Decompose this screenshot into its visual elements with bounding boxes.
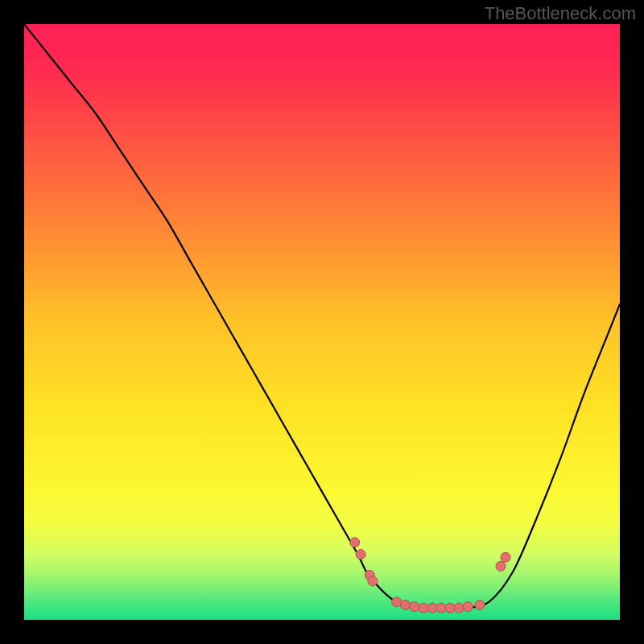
- marker-group: [350, 538, 510, 613]
- bottleneck-curve: [24, 24, 620, 609]
- data-marker: [419, 603, 428, 613]
- data-marker: [475, 601, 485, 610]
- data-marker: [436, 603, 446, 613]
- data-marker: [410, 602, 419, 612]
- data-marker: [368, 576, 378, 586]
- data-marker: [501, 552, 510, 562]
- data-marker: [445, 603, 455, 613]
- data-marker: [427, 603, 437, 613]
- data-marker: [356, 550, 365, 559]
- data-marker: [496, 561, 506, 571]
- figure-root: TheBottleneck.com: [0, 0, 644, 644]
- plot-area: [24, 24, 620, 620]
- data-marker: [463, 602, 473, 612]
- data-marker: [392, 597, 402, 607]
- chart-overlay: [24, 24, 620, 620]
- watermark-text: TheBottleneck.com: [485, 3, 636, 24]
- data-marker: [401, 601, 411, 610]
- data-marker: [350, 538, 360, 547]
- data-marker: [454, 603, 464, 613]
